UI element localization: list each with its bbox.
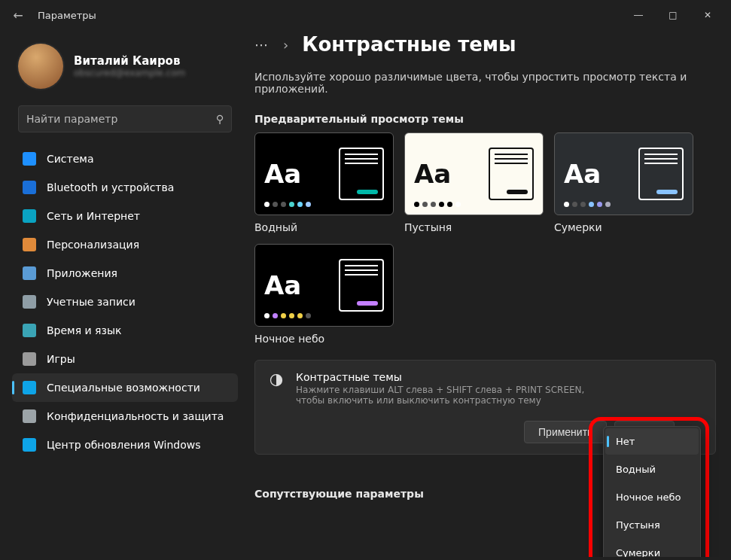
sidebar-item-time[interactable]: Время и язык <box>12 316 238 345</box>
avatar <box>18 44 63 89</box>
search-icon: ⚲ <box>216 113 224 125</box>
theme-grid: AaВодныйAaПустыняAaСумеркиAaНочное небо <box>254 132 716 345</box>
setting-description: Нажмите клавиши ALT слева + SHIFT слева … <box>296 385 597 406</box>
sidebar-item-games[interactable]: Игры <box>12 345 238 373</box>
dropdown-option[interactable]: Сумерки <box>605 540 699 557</box>
sidebar-item-accounts[interactable]: Учетные записи <box>12 288 238 316</box>
theme-dropdown[interactable]: НетВодныйНочное небоПустыняСумерки <box>603 426 701 557</box>
sidebar-item-bluetooth[interactable]: Bluetooth и устройства <box>12 173 238 202</box>
setting-title: Контрастные темы <box>296 371 702 383</box>
sidebar-item-apps[interactable]: Приложения <box>12 259 238 288</box>
privacy-icon <box>23 409 36 423</box>
games-icon <box>23 352 36 366</box>
sidebar-item-update[interactable]: Центр обновления Windows <box>12 431 238 459</box>
breadcrumb-more-icon[interactable]: ⋯ <box>254 37 270 53</box>
system-icon <box>23 152 36 166</box>
access-icon <box>23 381 36 394</box>
titlebar: ← Параметры ― □ ✕ <box>0 0 731 30</box>
page-title: Контрастные темы <box>302 33 516 56</box>
profile-email: obscured@example.com <box>74 68 185 78</box>
theme-card-dusk[interactable]: AaСумерки <box>554 132 693 233</box>
page-subtitle: Используйте хорошо различимые цвета, что… <box>254 71 716 95</box>
sidebar: Виталий Каиров obscured@example.com Найт… <box>9 30 241 557</box>
bluetooth-icon <box>23 181 36 194</box>
dropdown-option[interactable]: Ночное небо <box>605 484 699 510</box>
apply-button[interactable]: Применить <box>524 421 607 443</box>
time-icon <box>23 324 36 337</box>
theme-card-aqua[interactable]: AaВодный <box>254 132 394 233</box>
back-button[interactable]: ← <box>6 8 30 23</box>
dropdown-option[interactable]: Нет <box>605 428 699 455</box>
apps-icon <box>23 266 36 280</box>
main-pane: ⋯ › Контрастные темы Используйте хорошо … <box>241 30 722 557</box>
theme-card-desert[interactable]: AaПустыня <box>404 132 544 233</box>
search-input[interactable]: Найти параметр ⚲ <box>18 105 232 132</box>
minimize-button[interactable]: ― <box>621 3 656 27</box>
breadcrumb: ⋯ › Контрастные темы <box>254 33 716 56</box>
network-icon <box>23 209 36 223</box>
app-title: Параметры <box>38 10 96 21</box>
preview-section-label: Предварительный просмотр темы <box>254 113 716 125</box>
personal-icon <box>23 238 36 251</box>
profile-name: Виталий Каиров <box>74 54 185 68</box>
dropdown-option[interactable]: Водный <box>605 456 699 482</box>
contrast-icon <box>269 373 284 388</box>
sidebar-item-privacy[interactable]: Конфиденциальность и защита <box>12 402 238 431</box>
close-button[interactable]: ✕ <box>690 3 725 27</box>
sidebar-item-network[interactable]: Сеть и Интернет <box>12 202 238 230</box>
sidebar-item-personal[interactable]: Персонализация <box>12 230 238 259</box>
sidebar-item-access[interactable]: Специальные возможности <box>12 373 238 402</box>
update-icon <box>23 438 36 452</box>
maximize-button[interactable]: □ <box>656 3 690 27</box>
chevron-right-icon: › <box>283 37 288 53</box>
theme-card-night[interactable]: AaНочное небо <box>254 244 394 345</box>
dropdown-option[interactable]: Пустыня <box>605 512 699 538</box>
profile-block[interactable]: Виталий Каиров obscured@example.com <box>12 36 238 99</box>
sidebar-item-system[interactable]: Система <box>12 145 238 173</box>
accounts-icon <box>23 295 36 309</box>
